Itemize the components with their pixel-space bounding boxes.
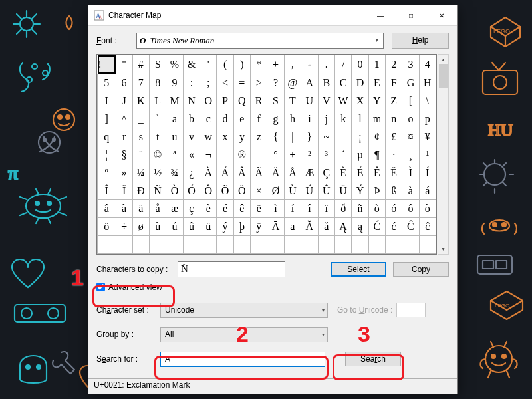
char-cell[interactable]: Ê xyxy=(368,164,385,182)
char-cell[interactable]: O xyxy=(200,92,217,110)
char-cell[interactable]: < xyxy=(217,74,233,92)
char-cell[interactable]: ĉ xyxy=(419,217,436,235)
char-cell[interactable]: Ð xyxy=(132,182,149,200)
char-cell[interactable]: ¢ xyxy=(368,128,385,146)
char-cell[interactable]: B xyxy=(318,74,334,92)
char-cell[interactable] xyxy=(183,235,200,253)
char-cell[interactable]: 6 xyxy=(116,74,132,92)
char-cell[interactable]: ù xyxy=(149,217,166,235)
char-cell[interactable]: î xyxy=(301,200,318,217)
char-cell[interactable]: Z xyxy=(386,92,402,110)
char-cell[interactable]: ( xyxy=(217,55,233,74)
char-cell[interactable]: ð xyxy=(334,200,351,217)
char-cell[interactable]: I xyxy=(98,92,116,110)
char-cell[interactable]: ì xyxy=(267,200,284,217)
char-cell[interactable]: ¯ xyxy=(251,146,267,164)
font-select[interactable]: O Times New Roman ▾ xyxy=(136,33,384,49)
char-cell[interactable]: Ã xyxy=(251,164,267,182)
char-cell[interactable]: ß xyxy=(386,182,402,200)
char-cell[interactable]: Ù xyxy=(284,182,301,200)
char-cell[interactable]: 2 xyxy=(386,55,402,74)
char-cell[interactable]: q xyxy=(98,128,116,146)
char-cell[interactable]: _ xyxy=(132,110,149,128)
char-cell[interactable]: æ xyxy=(166,200,183,217)
char-cell[interactable]: × xyxy=(251,182,267,200)
char-cell[interactable]: ~ xyxy=(318,128,334,146)
char-cell[interactable]: f xyxy=(251,110,267,128)
char-cell[interactable]: ò xyxy=(368,200,385,217)
char-cell[interactable]: E xyxy=(368,74,385,92)
char-cell[interactable]: Ò xyxy=(166,182,183,200)
char-cell[interactable]: ä xyxy=(132,200,149,217)
char-cell[interactable]: | xyxy=(284,128,301,146)
char-cell[interactable]: u xyxy=(166,128,183,146)
char-cell[interactable] xyxy=(386,235,402,253)
char-cell[interactable]: % xyxy=(166,55,183,74)
char-cell[interactable]: a xyxy=(166,110,183,128)
char-cell[interactable]: o xyxy=(402,110,419,128)
char-cell[interactable]: Ë xyxy=(386,164,402,182)
char-cell[interactable]: v xyxy=(183,128,200,146)
char-cell[interactable]: º xyxy=(98,164,116,182)
char-cell[interactable]: m xyxy=(368,110,385,128)
char-cell[interactable]: ¾ xyxy=(166,164,183,182)
char-cell[interactable]: * xyxy=(251,55,267,74)
char-cell[interactable] xyxy=(132,235,149,253)
char-cell[interactable]: " xyxy=(116,55,132,74)
char-cell[interactable]: § xyxy=(116,146,132,164)
char-cell[interactable] xyxy=(200,235,217,253)
char-cell[interactable]: ú xyxy=(166,217,183,235)
char-cell[interactable]: Ú xyxy=(301,182,318,200)
char-cell[interactable]: l xyxy=(352,110,368,128)
char-cell[interactable]: T xyxy=(284,92,301,110)
char-cell[interactable] xyxy=(352,235,368,253)
char-cell[interactable]: Y xyxy=(368,92,385,110)
char-cell[interactable]: ¡ xyxy=(352,128,368,146)
char-cell[interactable]: { xyxy=(267,128,284,146)
char-cell[interactable]: X xyxy=(352,92,368,110)
char-cell[interactable]: ² xyxy=(301,146,318,164)
char-cell[interactable]: & xyxy=(183,55,200,74)
char-cell[interactable]: ¤ xyxy=(402,128,419,146)
char-cell[interactable]: £ xyxy=(386,128,402,146)
char-cell[interactable]: ¹ xyxy=(419,146,436,164)
char-cell[interactable]: ý xyxy=(217,217,233,235)
char-cell[interactable]: û xyxy=(183,217,200,235)
char-cell[interactable]: i xyxy=(301,110,318,128)
char-cell[interactable]: þ xyxy=(233,217,250,235)
char-cell[interactable]: ü xyxy=(200,217,217,235)
char-cell[interactable]: 5 xyxy=(98,74,116,92)
char-cell[interactable] xyxy=(166,235,183,253)
char-cell[interactable]: Ü xyxy=(334,182,351,200)
char-cell[interactable]: 9 xyxy=(166,74,183,92)
char-cell[interactable]: ³ xyxy=(318,146,334,164)
char-cell[interactable]: k xyxy=(334,110,351,128)
char-cell[interactable]: \ xyxy=(419,92,436,110)
char-cell[interactable]: Ç xyxy=(318,164,334,182)
char-cell[interactable]: ª xyxy=(166,146,183,164)
search-input[interactable] xyxy=(160,352,325,367)
char-cell[interactable]: C xyxy=(334,74,351,92)
char-cell[interactable]: ¦ xyxy=(98,146,116,164)
char-cell[interactable] xyxy=(217,235,233,253)
char-cell[interactable]: ¬ xyxy=(200,146,217,164)
char-cell[interactable]: R xyxy=(251,92,267,110)
char-cell[interactable]: ñ xyxy=(352,200,368,217)
char-cell[interactable]: µ xyxy=(352,146,368,164)
char-cell[interactable]: , xyxy=(284,55,301,74)
char-cell[interactable]: H xyxy=(419,74,436,92)
char-cell[interactable]: [ xyxy=(402,92,419,110)
char-cell[interactable]: Ă xyxy=(301,217,318,235)
char-cell[interactable]: Á xyxy=(217,164,233,182)
char-cell[interactable]: Û xyxy=(318,182,334,200)
search-button[interactable]: Search xyxy=(345,352,401,366)
char-cell[interactable]: r xyxy=(116,128,132,146)
char-cell[interactable]: Ñ xyxy=(149,182,166,200)
charset-select[interactable]: Unicode ▾ xyxy=(160,303,328,318)
char-cell[interactable] xyxy=(301,235,318,253)
char-cell[interactable]: h xyxy=(284,110,301,128)
char-cell[interactable]: # xyxy=(132,55,149,74)
char-cell[interactable] xyxy=(334,235,351,253)
character-grid[interactable]: !"#$%&'()*+,-./0123456789:;<=>?@ABCDEFGH… xyxy=(96,54,437,255)
char-cell[interactable]: D xyxy=(352,74,368,92)
